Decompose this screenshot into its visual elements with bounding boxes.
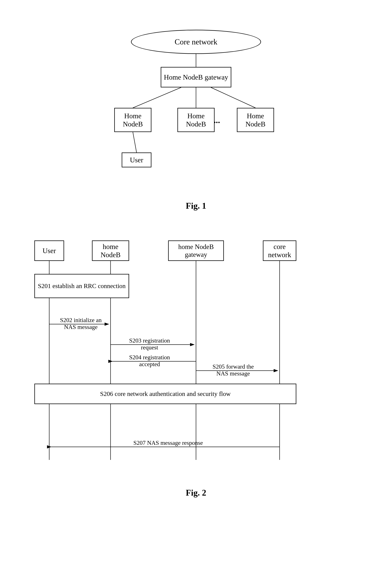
user-label: User [130,156,143,164]
svg-line-1 [133,87,181,108]
nodeb-right: HomeNodeB [237,108,274,132]
fig2-diagram: User homeNodeB home NodeBgateway corenet… [29,237,363,478]
ellipsis-dots: ... [214,115,220,125]
fig2-container: User homeNodeB home NodeBgateway corenet… [22,237,370,498]
entity-core-network: corenetwork [263,240,296,261]
page: Core network Home NodeB gateway HomeNode… [0,0,392,567]
step-s203-label: S203 registrationrequest [112,337,187,351]
fig1-wrapper: Core network Home NodeB gateway HomeNode… [103,26,289,194]
step-s206: S206 core network authentication and sec… [34,384,296,404]
nodeb-mid-label: HomeNodeB [186,112,206,128]
gateway-label: Home NodeB gateway [164,73,228,81]
gateway-node: Home NodeB gateway [161,67,231,87]
nodeb-left: HomeNodeB [114,108,151,132]
core-network-ellipse: Core network [131,30,261,54]
nodeb-left-label: HomeNodeB [123,112,143,128]
step-s207-label: S207 NAS message response [122,439,215,446]
step-s201: S201 establish an RRC connection [34,274,129,298]
user-node: User [122,152,151,167]
svg-line-4 [133,132,137,152]
nodeb-right-label: HomeNodeB [245,112,266,128]
step-s202-label: S202 initialize anNAS message [55,317,107,330]
svg-line-3 [211,87,255,108]
step-s205-label: S205 forward theNAS message [198,363,268,377]
fig1-caption: Fig. 1 [186,201,206,211]
nodeb-mid: HomeNodeB [177,108,215,132]
entity-home-nodeb: homeNodeB [92,240,129,261]
entity-gateway: home NodeBgateway [168,240,224,261]
fig1-container: Core network Home NodeB gateway HomeNode… [22,15,370,225]
entity-user: User [34,240,64,261]
fig2-caption: Fig. 2 [22,488,370,498]
step-s204-label: S204 registrationaccepted [112,354,187,368]
core-network-label: Core network [175,37,217,46]
